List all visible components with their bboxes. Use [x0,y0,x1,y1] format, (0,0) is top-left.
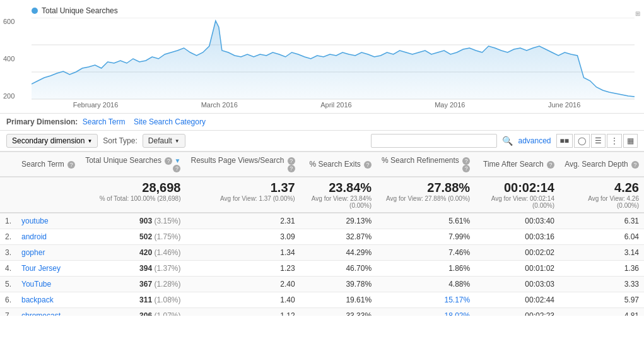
refinements-help-icon[interactable]: ? [462,157,470,165]
chart-title-dot [32,8,38,14]
total-unique-help-icon[interactable]: ? [165,157,172,165]
search-term-link[interactable]: YouTube [21,280,51,289]
avg-depth-help-icon[interactable]: ? [631,161,639,169]
row-results-page-views: 1.12 [185,308,300,316]
row-results-page-views: 3.09 [185,229,300,245]
search-term-link[interactable]: Tour Jersey [21,264,61,273]
totals-exits-main: 23.84% [305,181,372,195]
exits-help-icon[interactable]: ? [364,161,372,169]
totals-avg-depth: 4.26 Avg for View: 4.26 (0.00%) [559,177,644,213]
row-avg-depth: 1.36 [559,261,644,277]
th-search-term: Search Term ? [16,152,80,177]
th-results-label: Results Page Views/Search ? [190,156,295,165]
chart-svg [32,18,635,100]
search-term-link[interactable]: Search Term [83,117,126,126]
secondary-dimension-label: Secondary dimension [12,136,85,145]
row-results-page-views: 2.40 [185,277,300,292]
totals-refinements-sub: Avg for View: 27.88% (0.00%) [382,195,470,202]
table-row: 3.gopher420 (1.46%)1.3444.29%7.46%00:02:… [0,245,644,261]
total-unique-sub-help-icon[interactable]: ? [173,165,180,172]
totals-avg-depth-main: 4.26 [565,181,639,195]
row-search-term: YouTube [16,277,80,292]
y-label-600: 600 [3,18,15,25]
row-pct-refinements: 7.46% [377,245,475,261]
th-refinements-sub: ? [382,165,470,172]
totals-refinements-main: 27.88% [382,181,470,195]
totals-avg-depth-sub: Avg for View: 4.26 (0.00%) [565,195,639,209]
x-label-apr: April 2016 [320,101,352,109]
row-number: 2. [0,229,16,245]
sort-default-label: Default [148,136,172,145]
sort-default-select[interactable]: Default ▼ [143,134,185,148]
comparison-view-icon[interactable]: ⋮ [607,134,622,148]
row-avg-depth: 4.81 [559,308,644,316]
toolbar-row: Secondary dimension ▼ Sort Type: Default… [0,131,644,152]
th-total-unique-sub: ? [85,165,180,172]
row-time-after: 00:03:03 [475,277,559,292]
bar-view-icon[interactable]: ☰ [591,134,606,148]
row-pct-exits: 39.78% [300,277,377,292]
y-label-400: 400 [3,55,15,63]
table-row: 5.YouTube367 (1.28%)2.4039.78%4.88%00:03… [0,277,644,292]
row-total-unique: 420 (1.46%) [80,245,185,261]
table-row: 1.youtube903 (3.15%)2.3129.13%5.61%00:03… [0,213,644,229]
row-number: 1. [0,213,16,229]
x-label-may: May 2016 [435,101,465,109]
search-term-link[interactable]: android [21,232,47,241]
search-term-link[interactable]: backpack [21,295,54,304]
table-row: 7.chromecast306 (1.07%)1.1233.33%18.02%0… [0,308,644,316]
y-label-200: 200 [3,92,15,100]
row-total-unique: 903 (3.15%) [80,213,185,229]
search-term-link[interactable]: gopher [21,248,45,257]
results-help-icon[interactable]: ? [288,157,295,165]
row-time-after: 00:02:23 [475,308,559,316]
th-pct-refinements: % Search Refinements ? ? [377,152,475,177]
totals-time-after: 00:02:14 Avg for View: 00:02:14 (0.00%) [475,177,559,213]
primary-dimension-row: Primary Dimension: Search Term Site Sear… [0,114,644,131]
row-avg-depth: 5.97 [559,292,644,308]
row-pct-refinements: 15.17% [377,292,475,308]
site-search-category-link[interactable]: Site Search Category [134,117,206,126]
chart-expand-icon[interactable]: ⊞ [635,10,640,17]
search-term-help-icon[interactable]: ? [67,161,75,169]
th-row-num [0,152,16,177]
row-number: 3. [0,245,16,261]
row-search-term: Tour Jersey [16,261,80,277]
table-row: 6.backpack311 (1.08%)1.4019.61%15.17%00:… [0,292,644,308]
th-avg-depth: Avg. Search Depth ? [559,152,644,177]
pivot-view-icon[interactable]: ▦ [623,134,638,148]
row-results-page-views: 1.40 [185,292,300,308]
time-after-help-icon[interactable]: ? [547,161,554,169]
row-pct-refinements: 7.99% [377,229,475,245]
th-avg-depth-label: Avg. Search Depth ? [565,160,639,169]
row-results-page-views: 1.23 [185,261,300,277]
chart-canvas: February 2016 March 2016 April 2016 May … [32,18,635,109]
row-avg-depth: 6.04 [559,229,644,245]
advanced-link[interactable]: advanced [518,136,551,145]
results-sub-help-icon[interactable]: ? [288,165,295,172]
row-search-term: chromecast [16,308,80,316]
row-number: 6. [0,292,16,308]
search-icon-button[interactable]: 🔍 [502,136,513,146]
secondary-dimension-button[interactable]: Secondary dimension ▼ [6,134,98,148]
sort-type-label: Sort Type: [103,136,137,145]
refinements-sub-help-icon[interactable]: ? [462,165,470,172]
search-term-link[interactable]: chromecast [21,311,61,316]
search-term-link[interactable]: youtube [21,217,49,225]
row-pct-refinements: 4.88% [377,277,475,292]
row-pct-exits: 46.70% [300,261,377,277]
totals-unique-main: 28,698 [85,181,180,195]
totals-exits-sub: Avg for View: 23.84% (0.00%) [305,195,372,209]
totals-refinements: 27.88% Avg for View: 27.88% (0.00%) [377,177,475,213]
row-search-term: youtube [16,213,80,229]
totals-search-term [16,177,80,213]
totals-time-after-sub: Avg for View: 00:02:14 (0.00%) [480,195,554,209]
row-avg-depth: 6.31 [559,213,644,229]
data-view-icon[interactable]: ■■ [556,134,573,148]
row-time-after: 00:02:44 [475,292,559,308]
pie-view-icon[interactable]: ◯ [574,134,590,148]
search-input[interactable] [371,134,497,148]
row-results-page-views: 1.34 [185,245,300,261]
table-row: 4.Tour Jersey394 (1.37%)1.2346.70%1.86%0… [0,261,644,277]
chart-title-text: Total Unique Searches [42,6,118,15]
